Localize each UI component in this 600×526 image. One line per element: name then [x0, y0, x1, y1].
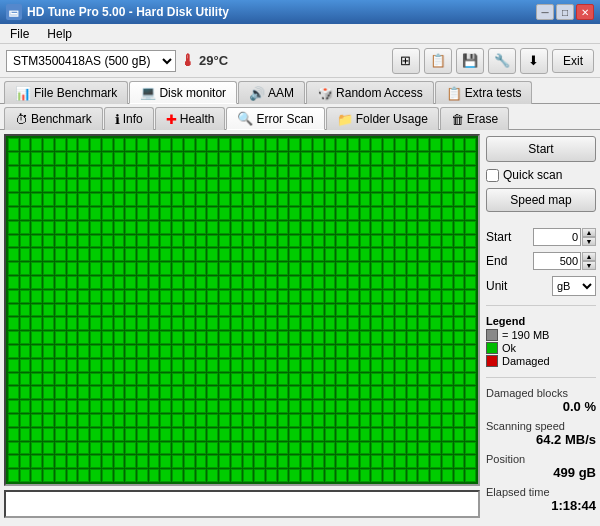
grid-cell — [383, 235, 394, 248]
end-spin-down[interactable]: ▼ — [582, 261, 596, 270]
exit-button[interactable]: Exit — [552, 49, 594, 73]
tab-error-scan[interactable]: 🔍 Error Scan — [226, 107, 324, 130]
scanning-speed-label: Scanning speed — [486, 420, 596, 432]
toolbar-btn-2[interactable]: 📋 — [424, 48, 452, 74]
grid-cell — [231, 373, 242, 386]
tab-health[interactable]: ✚ Health — [155, 107, 226, 130]
grid-cell — [184, 373, 195, 386]
extra-tests-icon: 📋 — [446, 86, 462, 101]
grid-cell — [243, 345, 254, 358]
close-button[interactable]: ✕ — [576, 4, 594, 20]
grid-cell — [20, 193, 31, 206]
tab-info[interactable]: ℹ Info — [104, 107, 154, 130]
tab-aam[interactable]: 🔊 AAM — [238, 81, 305, 104]
grid-cell — [313, 400, 324, 413]
grid-cell — [149, 179, 160, 192]
grid-cell — [184, 386, 195, 399]
maximize-button[interactable]: □ — [556, 4, 574, 20]
grid-cell — [43, 138, 54, 151]
grid-cell — [149, 469, 160, 482]
quick-scan-label[interactable]: Quick scan — [503, 168, 562, 182]
grid-cell — [371, 248, 382, 261]
toolbar-btn-5[interactable]: ⬇ — [520, 48, 548, 74]
grid-cell — [55, 373, 66, 386]
grid-cell — [407, 262, 418, 275]
start-spin-up[interactable]: ▲ — [582, 228, 596, 237]
toolbar-btn-3[interactable]: 💾 — [456, 48, 484, 74]
grid-cell — [78, 179, 89, 192]
grid-cell — [102, 152, 113, 165]
grid-cell — [360, 373, 371, 386]
tab-disk-monitor[interactable]: 💻 Disk monitor — [129, 81, 237, 104]
grid-cell — [465, 276, 476, 289]
grid-cell — [395, 221, 406, 234]
grid-cell — [8, 207, 19, 220]
grid-cell — [149, 221, 160, 234]
grid-cell — [55, 469, 66, 482]
tabs-row2: ⏱ Benchmark ℹ Info ✚ Health 🔍 Error Scan… — [0, 104, 600, 130]
quick-scan-checkbox[interactable] — [486, 169, 499, 182]
tab-random-access[interactable]: 🎲 Random Access — [306, 81, 434, 104]
start-spin-down[interactable]: ▼ — [582, 237, 596, 246]
grid-cell — [172, 304, 183, 317]
tab-erase[interactable]: 🗑 Erase — [440, 107, 509, 130]
grid-cell — [418, 400, 429, 413]
grid-cell — [125, 262, 136, 275]
menu-help[interactable]: Help — [43, 26, 76, 42]
grid-cell — [8, 455, 19, 468]
toolbar-btn-1[interactable]: ⊞ — [392, 48, 420, 74]
grid-cell — [67, 152, 78, 165]
start-input[interactable] — [533, 228, 581, 246]
grid-cell — [325, 248, 336, 261]
grid-cell — [395, 400, 406, 413]
grid-cell — [418, 345, 429, 358]
minimize-button[interactable]: ─ — [536, 4, 554, 20]
grid-cell — [278, 345, 289, 358]
grid-cell — [114, 276, 125, 289]
grid-cell — [336, 193, 347, 206]
tab-disk-monitor-label: Disk monitor — [159, 86, 226, 100]
start-button[interactable]: Start — [486, 136, 596, 162]
menu-file[interactable]: File — [6, 26, 33, 42]
grid-cell — [125, 414, 136, 427]
grid-cell — [67, 455, 78, 468]
grid-cell — [20, 359, 31, 372]
grid-cell — [325, 331, 336, 344]
grid-cell — [149, 138, 160, 151]
grid-cell — [102, 442, 113, 455]
grid-cell — [360, 386, 371, 399]
grid-cell — [231, 179, 242, 192]
grid-cell — [301, 317, 312, 330]
grid-cell — [243, 386, 254, 399]
grid-cell — [102, 359, 113, 372]
grid-cell — [348, 359, 359, 372]
grid-cell — [454, 400, 465, 413]
grid-cell — [219, 400, 230, 413]
grid-cell — [348, 345, 359, 358]
end-spin-up[interactable]: ▲ — [582, 252, 596, 261]
grid-cell — [395, 442, 406, 455]
disk-selector[interactable]: STM3500418AS (500 gB) — [6, 50, 176, 72]
grid-cell — [348, 207, 359, 220]
grid-cell — [289, 193, 300, 206]
grid-cell — [207, 207, 218, 220]
grid-cell — [325, 386, 336, 399]
tab-folder-usage[interactable]: 📁 Folder Usage — [326, 107, 439, 130]
unit-selector[interactable]: gB MB LBA — [552, 276, 596, 296]
tab-benchmark[interactable]: ⏱ Benchmark — [4, 107, 103, 130]
grid-cell — [207, 290, 218, 303]
grid-cell — [407, 179, 418, 192]
speed-map-button[interactable]: Speed map — [486, 188, 596, 212]
grid-cell — [125, 193, 136, 206]
tab-file-benchmark[interactable]: 📊 File Benchmark — [4, 81, 128, 104]
grid-cell — [325, 373, 336, 386]
grid-cell — [465, 455, 476, 468]
grid-cell — [172, 179, 183, 192]
grid-cell — [160, 207, 171, 220]
grid-cell — [301, 193, 312, 206]
toolbar-btn-4[interactable]: 🔧 — [488, 48, 516, 74]
grid-cell — [90, 442, 101, 455]
tab-extra-tests[interactable]: 📋 Extra tests — [435, 81, 533, 104]
grid-cell — [336, 414, 347, 427]
end-input[interactable] — [533, 252, 581, 270]
